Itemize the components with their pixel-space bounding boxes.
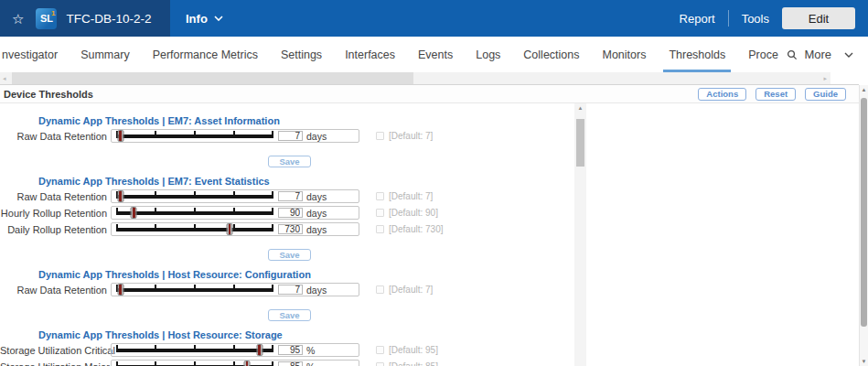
save-button[interactable]: Save: [268, 156, 311, 167]
scroll-up-arrow-icon[interactable]: ▲: [860, 87, 868, 92]
favorite-star-icon[interactable]: ☆: [12, 12, 24, 26]
scroll-up-arrow-icon[interactable]: ▲: [574, 105, 586, 111]
thresholds-content: Dynamic App Thresholds | EM7: Asset Info…: [0, 103, 574, 366]
threshold-value-input[interactable]: [278, 131, 303, 141]
threshold-section: Dynamic App Thresholds | Host Resource: …: [0, 269, 574, 318]
horizontal-scrollbar-thumb[interactable]: [12, 72, 413, 84]
tab-thresholds[interactable]: Thresholds: [669, 37, 725, 72]
tools-link[interactable]: Tools: [742, 12, 769, 26]
tab-proce[interactable]: Proce: [748, 37, 778, 72]
tab-monitors[interactable]: Monitors: [602, 37, 646, 72]
tab-settings[interactable]: Settings: [281, 37, 322, 72]
scroll-right-arrow-icon[interactable]: ▸: [823, 72, 827, 84]
save-button[interactable]: Save: [268, 249, 311, 261]
page: ☆ SL1 TFC-DB-10-2-2 Info Report Tools Ed…: [0, 0, 868, 366]
default-checkbox[interactable]: [376, 346, 384, 354]
edit-button[interactable]: Edit: [782, 7, 855, 29]
threshold-slider[interactable]: [116, 344, 273, 356]
tab-summary[interactable]: Summary: [80, 37, 129, 72]
threshold-section: Dynamic App Thresholds | EM7: Event Stat…: [0, 176, 574, 257]
slider-handle[interactable]: [118, 130, 124, 142]
threshold-unit: days: [306, 191, 327, 202]
threshold-control: days: [111, 206, 359, 220]
tab-nvestigator[interactable]: nvestigator: [2, 37, 58, 72]
default-label: [Default: 90]: [389, 208, 438, 218]
guide-button[interactable]: Guide: [805, 88, 846, 101]
threshold-slider[interactable]: [116, 223, 273, 235]
threshold-value-input[interactable]: [278, 345, 303, 355]
threshold-row: Storage Utilization Critical % [Default:…: [0, 343, 574, 357]
default-checkbox[interactable]: [376, 209, 384, 217]
tab-logs[interactable]: Logs: [476, 37, 500, 72]
content-vertical-scrollbar[interactable]: ▲: [574, 103, 586, 366]
scroll-left-arrow-icon[interactable]: ◂: [3, 72, 6, 84]
default-option: [Default: 85]: [376, 361, 438, 366]
slider-handle[interactable]: [243, 361, 250, 366]
default-label: [Default: 7]: [389, 285, 433, 295]
default-checkbox[interactable]: [376, 225, 384, 233]
divider: [728, 10, 729, 27]
threshold-control: %: [111, 343, 359, 357]
default-option: [Default: 7]: [376, 191, 433, 201]
threshold-unit: days: [306, 285, 327, 296]
slider-handle[interactable]: [226, 223, 232, 235]
reset-button[interactable]: Reset: [755, 88, 796, 101]
tab-performance-metrics[interactable]: Performance Metrics: [153, 37, 258, 72]
default-checkbox[interactable]: [376, 362, 384, 366]
chevron-down-icon: [844, 52, 853, 58]
default-option: [Default: 730]: [376, 224, 443, 234]
section-title: Dynamic App Thresholds | EM7: Asset Info…: [38, 115, 574, 126]
search-icon: [787, 49, 798, 60]
threshold-value-input[interactable]: [278, 191, 303, 201]
threshold-value-input[interactable]: [278, 224, 303, 234]
scroll-down-arrow-icon[interactable]: ▼: [860, 359, 868, 364]
threshold-unit: days: [306, 208, 327, 219]
threshold-label: Storage Utilization Critical: [0, 345, 111, 356]
threshold-control: days: [111, 283, 359, 296]
threshold-slider[interactable]: [116, 130, 273, 142]
threshold-value-input[interactable]: [278, 361, 303, 366]
threshold-slider[interactable]: [116, 190, 273, 202]
threshold-row: Raw Data Retention days [Default: 7]: [0, 283, 574, 296]
info-dropdown[interactable]: Info: [186, 12, 223, 26]
threshold-label: Hourly Rollup Retention: [0, 208, 111, 219]
actions-button[interactable]: Actions: [698, 88, 746, 101]
slider-handle[interactable]: [256, 344, 263, 356]
threshold-row: Daily Rollup Retention days [Default: 73…: [0, 222, 574, 236]
slider-handle[interactable]: [130, 207, 136, 219]
device-name: TFC-DB-10-2-2: [66, 12, 151, 26]
topbar-actions: Report Tools Edit: [680, 7, 868, 29]
default-checkbox[interactable]: [376, 132, 384, 140]
tab-events[interactable]: Events: [418, 37, 453, 72]
sl1-logo-icon: SL1: [36, 8, 57, 29]
threshold-value-input[interactable]: [278, 285, 303, 295]
more-menu[interactable]: More: [787, 37, 868, 72]
threshold-value-input[interactable]: [278, 208, 303, 218]
default-option: [Default: 7]: [376, 285, 433, 295]
threshold-control: days: [111, 129, 359, 143]
threshold-row: Raw Data Retention days [Default: 7]: [0, 189, 574, 203]
default-label: [Default: 7]: [389, 191, 433, 201]
tabs-horizontal-scrollbar[interactable]: ◂ ▸: [0, 72, 830, 84]
report-link[interactable]: Report: [680, 12, 715, 26]
threshold-slider[interactable]: [116, 207, 273, 219]
tab-collections[interactable]: Collections: [523, 37, 579, 72]
window-vertical-scrollbar[interactable]: ▲ ▼: [859, 85, 868, 366]
threshold-label: Raw Data Retention: [0, 285, 111, 296]
threshold-slider[interactable]: [116, 284, 273, 296]
slider-handle[interactable]: [118, 190, 124, 202]
threshold-row: Hourly Rollup Retention days [Default: 9…: [0, 206, 574, 220]
default-checkbox[interactable]: [376, 285, 384, 294]
window-scrollbar-thumb[interactable]: [861, 98, 867, 327]
save-button[interactable]: Save: [268, 309, 311, 321]
threshold-unit: days: [306, 224, 327, 235]
content-scrollbar-thumb[interactable]: [576, 119, 584, 167]
top-nav-bar: ☆ SL1 TFC-DB-10-2-2 Info Report Tools Ed…: [0, 0, 868, 37]
slider-handle[interactable]: [118, 284, 124, 296]
threshold-control: days: [111, 189, 359, 203]
threshold-row: Raw Data Retention days [Default: 7]: [0, 129, 574, 143]
tab-interfaces[interactable]: Interfaces: [345, 37, 395, 72]
default-checkbox[interactable]: [376, 192, 384, 200]
threshold-slider[interactable]: [116, 361, 273, 366]
device-tab-bar: nvestigatorSummaryPerformance MetricsSet…: [0, 37, 868, 72]
